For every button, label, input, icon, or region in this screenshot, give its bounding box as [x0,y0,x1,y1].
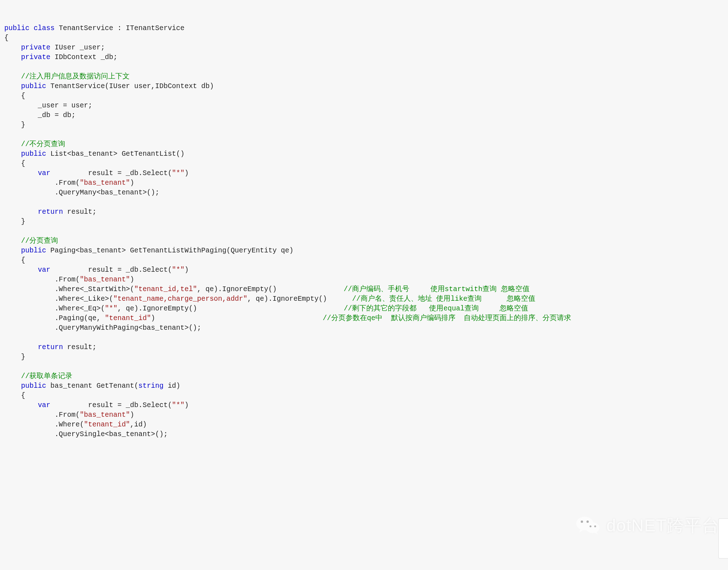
ctor-sig: TenantService(IUser user,IDbContext db) [46,82,214,90]
comment-equal: //剩下的其它的字段都 使用equal查询 忽略空值 [197,305,528,313]
m2-l1b: ) [184,266,189,274]
code-block: public class TenantService : ITenantServ… [4,24,571,438]
m2-l5a: .Where<_Eq>( [4,305,105,313]
brace-open: { [21,392,25,400]
m2-l4a: .Where<_Like>( [4,295,113,303]
wechat-icon [575,496,601,511]
brace-open: { [21,160,25,168]
string-tenant-id-tel: "tenant_id,tel" [134,285,197,293]
field-user: IUser _user; [50,44,105,52]
brace-open: { [4,34,9,42]
m3-sig-b: id) [164,382,180,390]
m2-l6a: .Paging(qe, [4,314,105,322]
m3-l3a: .Where( [4,421,84,429]
string-star: "*" [172,169,184,177]
m2-sig: Paging<bas_tenant> GetTenantListWithPagi… [46,247,293,255]
ctor-line-1: _user = user; [4,102,92,110]
m3-l3b: ,id) [130,421,147,429]
ctor-line-2: _db = db; [4,111,76,119]
return-result: result; [63,208,97,216]
keyword-var: var [38,169,50,177]
m2-l5b: , qe).IgnoreEmpty() [117,305,197,313]
string-bas-tenant: "bas_tenant" [80,179,130,187]
m1-l1a: result = _db.Select( [50,169,172,177]
m2-l1a: result = _db.Select( [50,266,172,274]
comment-inject: //注入用户信息及数据访问上下文 [21,73,130,81]
m3-sig-a: bas_tenant GetTenant( [46,382,138,390]
string-bas-tenant: "bas_tenant" [80,276,130,284]
m1-l3: .QueryMany<bas_tenant>(); [4,189,159,197]
string-star: "*" [105,305,117,313]
m1-l2a: .From( [4,179,80,187]
keyword-string: string [138,382,163,390]
string-tenant-name-etc: "tenant_name,charge_person,addr" [113,295,247,303]
m2-l3a: .Where<_StartWith>( [4,285,134,293]
comment-paging: //分页参数在qe中 默认按商户编码排序 自动处理页面上的排序、分页请求 [155,314,571,322]
string-tenant-id: "tenant_id" [105,314,151,322]
m3-l2b: ) [130,411,134,419]
brace-close: } [21,121,25,129]
brace-open: { [21,92,25,100]
comment-single: //获取单条记录 [21,372,72,380]
keyword-public: public [4,24,29,32]
comment-like: //商户名、责任人、地址 使用like查询 忽略空值 [327,295,535,303]
keyword-private: private [21,44,50,52]
m2-l7: .QueryManyWithPaging<bas_tenant>(); [4,324,201,332]
string-star: "*" [172,266,184,274]
string-star: "*" [172,401,184,409]
m2-l6b: ) [151,314,155,322]
keyword-public: public [21,150,46,158]
brace-close: } [21,218,25,226]
brace-open: { [21,256,25,264]
field-db: IDbContext _db; [50,53,117,61]
m2-l2b: ) [130,276,134,284]
string-bas-tenant: "bas_tenant" [80,411,130,419]
m3-l1b: ) [184,401,189,409]
m3-l2a: .From( [4,411,80,419]
keyword-return: return [38,343,63,351]
keyword-public: public [21,247,46,255]
class-decl: TenantService : ITenantService [54,24,184,32]
brace-close: } [21,353,25,361]
string-tenant-id: "tenant_id" [84,421,130,429]
comment-nopage: //不分页查询 [21,140,65,148]
m2-l3b: , qe).IgnoreEmpty() [197,285,276,293]
m2-l2a: .From( [4,276,80,284]
keyword-return: return [38,208,63,216]
keyword-class: class [34,24,55,32]
m2-l4b: , qe).IgnoreEmpty() [247,295,327,303]
m1-sig: List<bas_tenant> GetTenantList() [46,150,184,158]
comment-page: //分页查询 [21,237,58,245]
return-result: result; [63,343,97,351]
keyword-public: public [21,82,46,90]
m1-l2b: ) [130,179,134,187]
keyword-public: public [21,382,46,390]
m3-l4: .QuerySingle<bas_tenant>(); [4,430,168,438]
keyword-var: var [38,266,50,274]
m3-l1a: result = _db.Select( [50,401,172,409]
m1-l1b: ) [184,169,189,177]
keyword-var: var [38,401,50,409]
comment-startwith: //商户编码、手机号 使用startwith查询 忽略空值 [277,285,530,293]
watermark: dotNET跨平台 [575,496,719,511]
keyword-private: private [21,53,50,61]
